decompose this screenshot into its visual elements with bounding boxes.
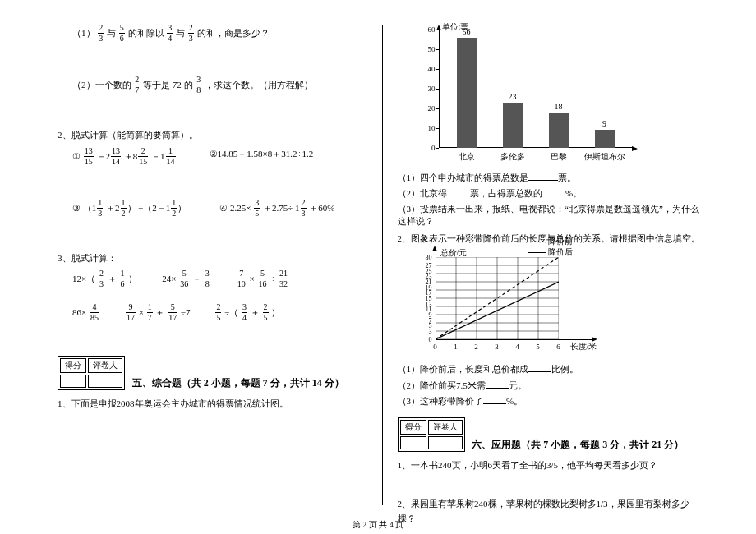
t: ） [128, 274, 137, 283]
grader-cell[interactable] [428, 436, 463, 449]
p3-title: 3、脱式计算： [58, 251, 367, 266]
fraction: 710 [237, 269, 247, 288]
bc-tick [436, 128, 439, 129]
bc-bar-value: 9 [595, 119, 615, 128]
circle4: ④ [219, 203, 228, 213]
fraction: 516 [257, 269, 267, 288]
lc-grid [436, 257, 559, 339]
score-cell[interactable] [400, 436, 426, 449]
bc-bar [549, 113, 569, 148]
t: ÷ [270, 274, 275, 283]
q1-3: （3）投票结果一出来，报纸、电视都说：“北京得票是数遥遥领先”，为什么这样说？ [398, 203, 708, 228]
t: ÷（ [224, 307, 238, 317]
bc-tick [436, 49, 439, 50]
t: ＋ [251, 307, 260, 317]
lc-xtick: 1 [454, 343, 458, 351]
fraction-2-7: 27 [134, 76, 140, 94]
blank[interactable] [528, 171, 558, 181]
section5-header: 得分评卷人 五、综合题（共 2 小题，每题 7 分，共计 14 分） [58, 356, 367, 390]
p3-e3: 710 × 516 ÷ 2132 [236, 270, 289, 289]
score-h1: 得分 [400, 420, 426, 435]
y-axis [439, 30, 440, 148]
t: － [192, 274, 201, 283]
fraction: 23 [301, 199, 307, 218]
grader-cell[interactable] [88, 375, 122, 388]
p3-row1: 12×（ 23 ＋ 16 ） 24× 536 － 38 710 × 516 ÷ … [58, 270, 367, 289]
blank[interactable] [528, 362, 551, 372]
q1b: （2）一个数的 27 等于是 72 的 38 ，求这个数。（用方程解） [58, 76, 367, 95]
scorebox: 得分评卷人 [398, 417, 465, 452]
t: 票。 [558, 173, 576, 182]
bc-category: 巴黎 [537, 151, 580, 163]
score-cell[interactable] [60, 375, 86, 388]
fraction: 35 [254, 199, 260, 218]
fraction: 536 [179, 269, 189, 288]
blank[interactable] [447, 186, 470, 196]
t: ＋ [155, 307, 164, 317]
text: （1） [72, 28, 95, 38]
bc-category: 北京 [445, 151, 488, 163]
fraction-2-3: 23 [98, 24, 104, 43]
bc-bar [595, 130, 615, 148]
lc-xtick: 6 [556, 343, 560, 351]
q2-3: （3）这种彩带降价了%。 [398, 394, 708, 409]
t: ÷7 [181, 307, 191, 317]
fraction: 485 [90, 303, 99, 322]
bc-ticklabel: 0 [431, 144, 436, 152]
q1-2: （2）北京得票，占得票总数的%。 [398, 186, 708, 200]
bc-ticklabel: 20 [428, 104, 436, 113]
t: 86× [72, 307, 86, 317]
bc-bar [503, 103, 523, 148]
fraction: 13 [97, 199, 103, 218]
t: 12×（ [72, 274, 95, 283]
t: ） [271, 307, 280, 317]
line-chart: 降价前 降价后 总价/元 长度/米 0357911131517192123252… [413, 251, 618, 357]
right-column: 单位:票 0102030405060 56北京23多伦多18巴黎9伊斯坦布尔 （… [383, 25, 716, 505]
bc-tick [436, 69, 439, 70]
text: 与 [107, 28, 116, 38]
bc-tick [436, 148, 439, 149]
blank[interactable] [486, 379, 509, 389]
t: 2.25× [230, 203, 251, 213]
lc-ytick: 30 [426, 254, 432, 261]
bc-tick [436, 30, 439, 30]
lc-xtick: 5 [536, 343, 540, 351]
page-footer: 第 2 页 共 4 页 [0, 519, 756, 531]
lc-xtick: 0 [433, 343, 437, 351]
q1-1: （1）四个申办城市的得票总数是票。 [398, 171, 708, 184]
t: × [249, 274, 254, 283]
p3-e1: 12×（ 23 ＋ 16 ） [72, 270, 137, 289]
t: 比例。 [551, 364, 579, 374]
t: （3）这种彩带降价了 [398, 396, 484, 406]
p2-row2: ③ （113 ＋212） ÷（2－112） ④ 2.25× 35 ＋2.75÷ … [58, 200, 367, 219]
text: 的和，商是多少？ [197, 28, 270, 38]
fraction-3-4: 34 [167, 24, 173, 43]
blank[interactable] [483, 394, 506, 404]
lc-svg [436, 257, 559, 339]
t: ＋60% [309, 203, 334, 213]
section5-title: 五、综合题（共 2 小题，每题 7 分，共计 14 分） [132, 377, 344, 389]
score-h1: 得分 [60, 358, 86, 373]
fraction: 16 [119, 269, 125, 288]
sec5-q1: 1、下面是申报2008年奥运会主办城市的得票情况统计图。 [58, 397, 367, 412]
p2-expr2: ②14.85－1.58×8＋31.2÷1.2 [210, 148, 314, 167]
legend: 降价前 降价后 [528, 236, 573, 257]
fraction-2-3b: 23 [188, 24, 194, 43]
t: （2）北京得 [398, 188, 448, 198]
p2-row1: ① 1315 －21314 ＋8215 －1114 ②14.85－1.58×8＋… [58, 148, 367, 167]
t: %。 [565, 188, 582, 198]
t: 24× [162, 274, 176, 283]
text: （2）一个数的 [72, 80, 131, 90]
bc-category: 多伦多 [491, 151, 534, 163]
blank[interactable] [542, 186, 565, 196]
section6-header: 得分评卷人 六、应用题（共 7 小题，每题 3 分，共计 21 分） [398, 417, 708, 452]
t: （1）降价前后，长度和总价都成 [398, 364, 529, 374]
text: ，求这个数。（用方程解） [205, 80, 313, 90]
t: （1）四个申办城市的得票总数是 [398, 173, 529, 182]
p3-e6: 25 ÷（ 34 ＋ 25 ） [214, 304, 280, 323]
p2-expr1: ① 1315 －21314 ＋8215 －1114 [72, 148, 177, 167]
fraction: 1315 [84, 147, 94, 166]
lc-ytick: 0 [429, 336, 432, 343]
bc-ticklabel: 50 [428, 45, 436, 53]
q1a: （1） 23 与 56 的和除以 34 与 23 的和，商是多少？ [58, 25, 367, 44]
